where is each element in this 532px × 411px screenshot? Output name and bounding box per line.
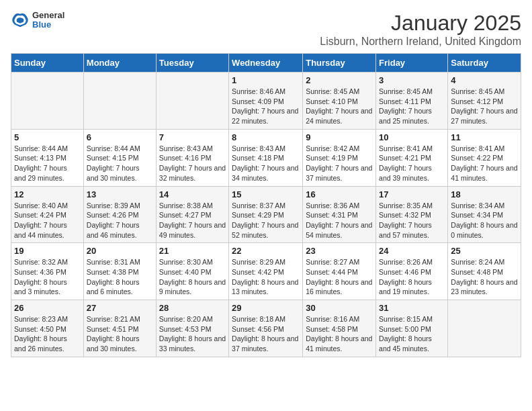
calendar-cell: 7Sunrise: 8:43 AMSunset: 4:16 PMDaylight… [156, 129, 228, 186]
day-detail: Sunrise: 8:37 AMSunset: 4:29 PMDaylight:… [232, 201, 300, 240]
calendar-week-row: 19Sunrise: 8:32 AMSunset: 4:36 PMDayligh… [11, 243, 521, 300]
day-detail: Sunrise: 8:40 AMSunset: 4:24 PMDaylight:… [14, 201, 81, 240]
day-number: 2 [306, 75, 373, 85]
calendar-cell: 20Sunrise: 8:31 AMSunset: 4:38 PMDayligh… [83, 243, 156, 300]
day-number: 26 [14, 303, 81, 313]
calendar-cell: 24Sunrise: 8:26 AMSunset: 4:46 PMDayligh… [376, 243, 448, 300]
title-area: January 2025 Lisburn, Northern Ireland, … [320, 11, 521, 48]
calendar-subtitle: Lisburn, Northern Ireland, United Kingdo… [320, 36, 521, 48]
calendar-cell: 22Sunrise: 8:29 AMSunset: 4:42 PMDayligh… [229, 243, 303, 300]
day-number: 4 [451, 75, 518, 85]
day-detail: Sunrise: 8:46 AMSunset: 4:09 PMDaylight:… [232, 87, 300, 126]
day-detail: Sunrise: 8:41 AMSunset: 4:21 PMDaylight:… [379, 144, 445, 183]
day-number: 16 [306, 189, 373, 199]
day-detail: Sunrise: 8:21 AMSunset: 4:51 PMDaylight:… [87, 314, 153, 354]
day-number: 19 [14, 246, 81, 256]
day-number: 7 [159, 132, 226, 142]
weekday-header-sunday: Sunday [11, 54, 84, 73]
day-detail: Sunrise: 8:38 AMSunset: 4:27 PMDaylight:… [159, 201, 226, 240]
calendar-cell: 1Sunrise: 8:46 AMSunset: 4:09 PMDaylight… [229, 73, 303, 130]
calendar-cell [156, 73, 228, 130]
day-number: 31 [379, 303, 445, 313]
day-number: 1 [232, 75, 300, 85]
calendar-cell: 5Sunrise: 8:44 AMSunset: 4:13 PMDaylight… [11, 129, 84, 186]
calendar-cell [83, 73, 156, 130]
calendar-cell: 6Sunrise: 8:44 AMSunset: 4:15 PMDaylight… [83, 129, 156, 186]
logo-general: General [32, 11, 64, 20]
calendar-cell: 18Sunrise: 8:34 AMSunset: 4:34 PMDayligh… [448, 186, 521, 243]
day-number: 27 [87, 303, 153, 313]
day-number: 29 [232, 303, 300, 313]
calendar-cell: 8Sunrise: 8:43 AMSunset: 4:18 PMDaylight… [229, 129, 303, 186]
day-detail: Sunrise: 8:36 AMSunset: 4:31 PMDaylight:… [306, 201, 373, 240]
day-number: 24 [379, 246, 445, 256]
day-detail: Sunrise: 8:24 AMSunset: 4:48 PMDaylight:… [451, 257, 518, 297]
logo: General Blue [11, 11, 64, 30]
calendar-cell: 14Sunrise: 8:38 AMSunset: 4:27 PMDayligh… [156, 186, 228, 243]
day-detail: Sunrise: 8:32 AMSunset: 4:36 PMDaylight:… [14, 257, 81, 297]
day-number: 17 [379, 189, 445, 199]
calendar-cell: 16Sunrise: 8:36 AMSunset: 4:31 PMDayligh… [303, 186, 376, 243]
calendar-cell: 27Sunrise: 8:21 AMSunset: 4:51 PMDayligh… [83, 300, 156, 357]
day-detail: Sunrise: 8:35 AMSunset: 4:32 PMDaylight:… [379, 201, 445, 240]
day-number: 21 [159, 246, 226, 256]
calendar-cell: 11Sunrise: 8:41 AMSunset: 4:22 PMDayligh… [448, 129, 521, 186]
day-number: 22 [232, 246, 300, 256]
calendar-cell: 30Sunrise: 8:16 AMSunset: 4:58 PMDayligh… [303, 300, 376, 357]
day-detail: Sunrise: 8:34 AMSunset: 4:34 PMDaylight:… [451, 201, 518, 240]
calendar-cell: 10Sunrise: 8:41 AMSunset: 4:21 PMDayligh… [376, 129, 448, 186]
day-detail: Sunrise: 8:15 AMSunset: 5:00 PMDaylight:… [379, 314, 445, 354]
calendar-week-row: 12Sunrise: 8:40 AMSunset: 4:24 PMDayligh… [11, 186, 521, 243]
day-detail: Sunrise: 8:45 AMSunset: 4:11 PMDaylight:… [379, 87, 445, 126]
calendar-cell: 15Sunrise: 8:37 AMSunset: 4:29 PMDayligh… [229, 186, 303, 243]
calendar-cell: 9Sunrise: 8:42 AMSunset: 4:19 PMDaylight… [303, 129, 376, 186]
calendar-cell: 21Sunrise: 8:30 AMSunset: 4:40 PMDayligh… [156, 243, 228, 300]
day-detail: Sunrise: 8:45 AMSunset: 4:10 PMDaylight:… [306, 87, 373, 126]
day-number: 5 [14, 132, 81, 142]
calendar-cell: 2Sunrise: 8:45 AMSunset: 4:10 PMDaylight… [303, 73, 376, 130]
day-number: 28 [159, 303, 226, 313]
day-detail: Sunrise: 8:18 AMSunset: 4:56 PMDaylight:… [232, 314, 300, 354]
calendar-title: January 2025 [320, 11, 521, 36]
calendar-cell: 4Sunrise: 8:45 AMSunset: 4:12 PMDaylight… [448, 73, 521, 130]
weekday-header-thursday: Thursday [303, 54, 376, 73]
day-number: 9 [306, 132, 373, 142]
day-number: 30 [306, 303, 373, 313]
day-number: 14 [159, 189, 226, 199]
day-detail: Sunrise: 8:31 AMSunset: 4:38 PMDaylight:… [87, 257, 153, 297]
weekday-header-tuesday: Tuesday [156, 54, 228, 73]
day-detail: Sunrise: 8:43 AMSunset: 4:16 PMDaylight:… [159, 144, 226, 183]
calendar-cell: 23Sunrise: 8:27 AMSunset: 4:44 PMDayligh… [303, 243, 376, 300]
logo-blue: Blue [32, 20, 64, 30]
calendar-cell [448, 300, 521, 357]
day-detail: Sunrise: 8:42 AMSunset: 4:19 PMDaylight:… [306, 144, 373, 183]
logo-icon [11, 11, 30, 30]
day-number: 23 [306, 246, 373, 256]
calendar-cell: 19Sunrise: 8:32 AMSunset: 4:36 PMDayligh… [11, 243, 84, 300]
day-number: 18 [451, 189, 518, 199]
day-number: 20 [87, 246, 153, 256]
day-detail: Sunrise: 8:20 AMSunset: 4:53 PMDaylight:… [159, 314, 226, 354]
weekday-header-saturday: Saturday [448, 54, 521, 73]
day-number: 8 [232, 132, 300, 142]
day-number: 11 [451, 132, 518, 142]
day-detail: Sunrise: 8:23 AMSunset: 4:50 PMDaylight:… [14, 314, 81, 354]
day-detail: Sunrise: 8:27 AMSunset: 4:44 PMDaylight:… [306, 257, 373, 297]
calendar-cell: 26Sunrise: 8:23 AMSunset: 4:50 PMDayligh… [11, 300, 84, 357]
weekday-header-row: SundayMondayTuesdayWednesdayThursdayFrid… [11, 54, 521, 73]
calendar-cell: 13Sunrise: 8:39 AMSunset: 4:26 PMDayligh… [83, 186, 156, 243]
header: General Blue January 2025 Lisburn, North… [11, 11, 521, 48]
calendar-table: SundayMondayTuesdayWednesdayThursdayFrid… [11, 53, 521, 357]
day-number: 10 [379, 132, 445, 142]
day-detail: Sunrise: 8:43 AMSunset: 4:18 PMDaylight:… [232, 144, 300, 183]
calendar-cell: 28Sunrise: 8:20 AMSunset: 4:53 PMDayligh… [156, 300, 228, 357]
day-detail: Sunrise: 8:45 AMSunset: 4:12 PMDaylight:… [451, 87, 518, 126]
day-detail: Sunrise: 8:16 AMSunset: 4:58 PMDaylight:… [306, 314, 373, 354]
calendar-cell: 25Sunrise: 8:24 AMSunset: 4:48 PMDayligh… [448, 243, 521, 300]
calendar-cell: 29Sunrise: 8:18 AMSunset: 4:56 PMDayligh… [229, 300, 303, 357]
calendar-week-row: 1Sunrise: 8:46 AMSunset: 4:09 PMDaylight… [11, 73, 521, 130]
logo-text: General Blue [32, 11, 64, 30]
day-detail: Sunrise: 8:30 AMSunset: 4:40 PMDaylight:… [159, 257, 226, 297]
calendar-cell: 31Sunrise: 8:15 AMSunset: 5:00 PMDayligh… [376, 300, 448, 357]
calendar-week-row: 26Sunrise: 8:23 AMSunset: 4:50 PMDayligh… [11, 300, 521, 357]
